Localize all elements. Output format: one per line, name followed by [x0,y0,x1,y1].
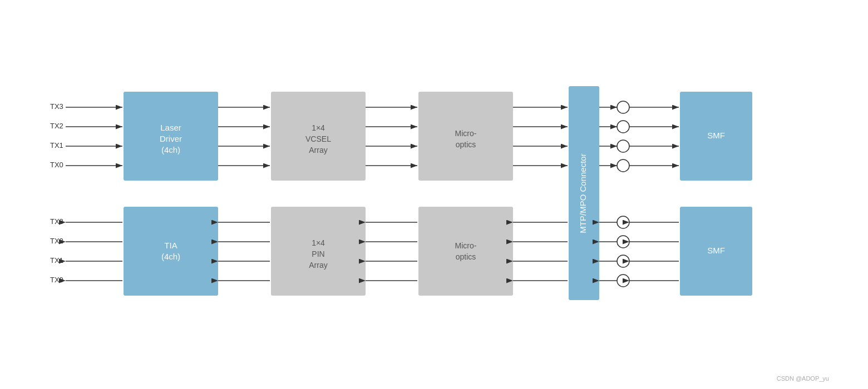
fiber-circle-tx-4 [617,159,629,172]
tx2-label-bot: TX2 [50,237,63,245]
diagram-container: TX3 TX2 TX1 TX0 Laser Driver (4ch) 1×4 V… [0,0,868,389]
tx3-label-top: TX3 [50,102,63,111]
micro-optics-tx-label-1: Micro- [455,129,477,138]
fiber-circle-tx-3 [617,140,629,152]
tx0-label-bot: TX0 [50,276,63,284]
mtp-mpo-label: MTP/MPO Connector [578,153,588,233]
fiber-circle-rx-3 [617,255,629,267]
fiber-circle-rx-4 [617,275,629,287]
pin-label-1: 1×4 [312,238,325,247]
tia-label-2: (4ch) [161,252,180,261]
fiber-circle-rx-2 [617,236,629,248]
fiber-circle-tx-1 [617,101,629,113]
vcsel-label-1: 1×4 [312,123,325,132]
micro-optics-rx-label-2: optics [456,252,476,261]
tia-label-1: TIA [164,241,177,250]
smf-rx-label: SMF [707,246,725,255]
micro-optics-rx-block [418,207,513,296]
tx2-label-top: TX2 [50,122,63,130]
micro-optics-tx-label-2: optics [456,140,476,149]
tx1-label-top: TX1 [50,141,63,149]
pin-label-3: Array [309,261,327,270]
fiber-circle-rx-1 [617,216,629,228]
laser-driver-label-1: Laser [160,123,181,132]
vcsel-label-3: Array [309,146,327,154]
pin-label-2: PIN [312,250,324,258]
tx3-label-bot: TX3 [50,217,63,226]
fiber-circle-tx-2 [617,121,629,133]
tx1-label-bot: TX1 [50,256,63,265]
laser-driver-label-3: (4ch) [161,145,180,154]
laser-driver-label-2: Driver [160,134,182,143]
smf-tx-label: SMF [707,131,725,140]
micro-optics-rx-label-1: Micro- [455,241,477,250]
vcsel-label-2: VCSEL [305,134,331,143]
tx0-label-top: TX0 [50,161,63,169]
watermark: CSDN @ADOP_yu [777,375,829,382]
